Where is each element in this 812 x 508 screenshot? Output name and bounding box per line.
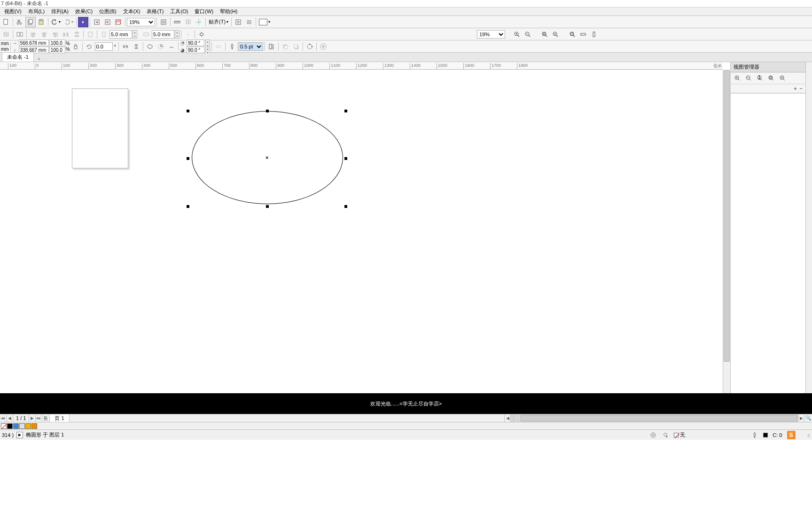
autofit-button[interactable] [15, 29, 25, 40]
navigator-popup-button[interactable]: 🔍 [804, 414, 812, 422]
scale-y-input[interactable] [49, 47, 65, 53]
back-one-button[interactable] [291, 41, 301, 52]
menu-layout[interactable]: 布局(L) [25, 8, 48, 16]
redo-button[interactable]: ▾ [62, 17, 75, 27]
panel-zoom-all-button[interactable] [779, 74, 786, 82]
horizontal-ruler[interactable]: 毫米 2001000100200300400500600700800900100… [0, 62, 723, 70]
mirror-h-button[interactable] [120, 41, 131, 52]
menu-arrange[interactable]: 排列(A) [48, 8, 72, 16]
hscroll-right-arrow[interactable]: ▶ [798, 414, 804, 422]
ellipse-button[interactable] [145, 41, 155, 52]
paste-button[interactable] [36, 17, 47, 27]
options-button[interactable] [233, 17, 243, 27]
app-launcher-button[interactable] [244, 17, 254, 27]
next-page-button[interactable]: ▶ [29, 414, 36, 422]
zoom-out-button[interactable] [523, 29, 533, 40]
snap-menu[interactable]: 贴齐(T)▾ [207, 17, 230, 27]
selection-handle-br[interactable] [344, 205, 347, 208]
fullscreen-button[interactable] [158, 17, 169, 27]
selection-handle-tr[interactable] [344, 110, 347, 112]
add-page-button[interactable]: ⎘ [42, 414, 50, 422]
nudge-x-spinner[interactable]: ▲▼ [133, 30, 137, 39]
swatch-blue[interactable] [13, 423, 19, 429]
horizontal-scrollbar[interactable] [514, 414, 798, 422]
swatch-orange[interactable] [31, 423, 37, 429]
show-guidelines-button[interactable] [194, 17, 204, 27]
prev-page-button[interactable]: ◀ [7, 414, 13, 422]
undo-button[interactable]: ▾ [50, 17, 62, 27]
cut-button[interactable] [15, 17, 25, 27]
menu-view[interactable]: 视图(V) [1, 8, 25, 16]
panel-zoom-onetoone-button[interactable]: 1 [756, 74, 764, 82]
single-page-button[interactable]: ▫ [183, 29, 193, 40]
fill-indicator-icon[interactable] [662, 431, 669, 439]
page-height-input[interactable] [152, 30, 174, 39]
selection-handle-ml[interactable] [187, 157, 189, 160]
swatch-black[interactable] [7, 423, 13, 429]
mirror-v-button[interactable] [131, 41, 141, 52]
menu-window[interactable]: 窗口(W) [191, 8, 217, 16]
swatch-none[interactable] [1, 423, 7, 429]
page-counter[interactable]: 1 / 1 [13, 414, 29, 422]
menu-effects[interactable]: 效果(C) [72, 8, 96, 16]
canvas-viewport[interactable]: × [0, 70, 723, 414]
distribute-v-button[interactable] [71, 29, 82, 40]
wrap-text-button[interactable] [266, 41, 277, 52]
zoom-level-select-2[interactable]: 19% [477, 30, 505, 39]
hscroll-left-arrow[interactable]: ◀ [504, 414, 511, 422]
color-proof-icon[interactable] [649, 431, 657, 439]
zoom-height-button[interactable] [589, 29, 599, 40]
menu-table[interactable]: 表格(T) [143, 8, 167, 16]
last-page-button[interactable]: ⏭ [36, 414, 42, 422]
landscape-button[interactable] [141, 29, 151, 40]
selection-handle-mr[interactable] [344, 157, 347, 160]
publish-pdf-button[interactable]: PDF [113, 17, 124, 27]
panel-add-button[interactable]: + [794, 86, 796, 91]
align-center-button[interactable] [39, 29, 49, 40]
first-page-button[interactable]: ⏮ [0, 414, 7, 422]
end-angle-input[interactable] [187, 47, 204, 53]
new-button[interactable] [1, 17, 11, 27]
portrait-button[interactable] [99, 29, 109, 40]
selection-handle-bl[interactable] [187, 205, 189, 208]
color-theme-menu[interactable]: ▾ [258, 17, 272, 27]
page-width-input[interactable] [109, 30, 132, 39]
rotation-input[interactable] [95, 42, 113, 51]
align-left-button[interactable] [28, 29, 39, 40]
view-list[interactable] [731, 93, 805, 414]
show-rulers-button[interactable] [172, 17, 182, 27]
lock-ratio-button[interactable] [70, 41, 81, 52]
gear-options-button[interactable] [196, 29, 207, 40]
zoom-in-button[interactable] [512, 29, 522, 40]
fill-none-indicator[interactable]: 无 [674, 431, 685, 438]
swap-direction-button[interactable] [213, 41, 224, 52]
swatch-yellow[interactable] [25, 423, 31, 429]
menu-help[interactable]: 帮助(H) [217, 8, 241, 16]
convert-curves-button[interactable] [304, 41, 315, 52]
menu-text[interactable]: 文本(X) [120, 8, 144, 16]
pie-button[interactable] [156, 41, 166, 52]
page-tab-1[interactable]: 页 1 [50, 414, 69, 422]
selection-handle-bc[interactable] [266, 205, 269, 208]
menu-bitmap[interactable]: 位图(B) [96, 8, 120, 16]
align-right-button[interactable] [50, 29, 60, 40]
object-width-input[interactable] [19, 40, 49, 46]
add-button[interactable] [318, 41, 328, 52]
new-doc-tab[interactable]: + [35, 56, 43, 62]
zoom-page-button[interactable] [567, 29, 578, 40]
start-angle-input[interactable] [187, 40, 204, 46]
zoom-width-button[interactable] [578, 29, 588, 40]
swatch-lightgray[interactable] [19, 423, 25, 429]
front-one-button[interactable] [280, 41, 290, 52]
outline-width-select[interactable]: 0.5 pt [238, 42, 263, 51]
panel-zoom-out-button[interactable] [745, 74, 752, 82]
doc-tab-active[interactable]: 未命名 -1 [2, 52, 34, 62]
nudge-y-spinner[interactable]: ▲▼ [175, 30, 180, 39]
angle2-spinner[interactable]: ▲▼ [205, 47, 210, 53]
selection-handle-tl[interactable] [187, 110, 189, 112]
export-button[interactable] [102, 17, 113, 27]
zoom-selection-button[interactable] [539, 29, 550, 40]
panel-zoom-sel-button[interactable] [767, 74, 775, 82]
layout-guides-button[interactable] [1, 29, 11, 40]
play-status-icon[interactable]: ▶ [16, 432, 23, 438]
